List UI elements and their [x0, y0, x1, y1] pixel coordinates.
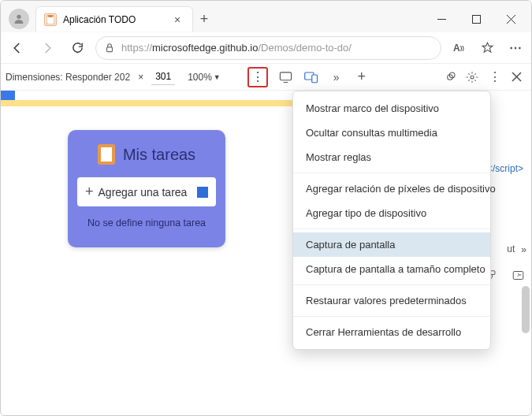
menu-item-hide-media[interactable]: Ocultar consultas multimedia — [293, 121, 490, 145]
menu-item-show-frame[interactable]: Mostrar marco del dispositivo — [293, 96, 490, 121]
more-panels-button[interactable]: » — [521, 244, 526, 255]
breakpoint-ruler[interactable] — [1, 91, 296, 100]
profile-avatar[interactable] — [9, 9, 29, 29]
menu-item-full-screenshot[interactable]: Captura de pantalla a tamaño completo — [293, 257, 490, 281]
focus-caret-icon — [197, 187, 208, 198]
window-maximize-button[interactable] — [459, 7, 493, 31]
height-input[interactable] — [151, 69, 175, 85]
svg-rect-8 — [281, 72, 292, 80]
url-text: https://microsoftedge.github.io/Demos/de… — [121, 42, 352, 54]
add-task-label: Agregar una tarea — [99, 186, 188, 199]
menu-item-reset[interactable]: Restaurar valores predeterminados — [293, 288, 490, 313]
new-tab-button[interactable]: + — [193, 11, 215, 28]
tab-title: Aplicación TODO — [63, 14, 164, 25]
app-title: Mis tareas — [123, 146, 195, 164]
window-close-button[interactable] — [493, 7, 528, 31]
menu-item-add-dpr[interactable]: Agregar relación de píxeles de dispositi… — [293, 176, 490, 201]
more-tabs-button[interactable]: » — [326, 67, 347, 87]
back-button[interactable] — [6, 36, 29, 60]
device-options-menu: Mostrar marco del dispositivo Ocultar co… — [292, 91, 491, 350]
address-bar[interactable]: https://microsoftedge.github.io/Demos/de… — [95, 36, 441, 60]
svg-rect-10 — [312, 75, 318, 83]
site-info-icon[interactable] — [104, 43, 115, 54]
menu-item-screenshot[interactable]: Captura de pantalla — [293, 232, 490, 257]
kebab-icon: ⋮ — [251, 71, 263, 84]
menu-separator — [293, 316, 490, 317]
svg-rect-4 — [472, 15, 480, 23]
menu-separator — [293, 228, 490, 229]
refresh-button[interactable] — [65, 36, 89, 60]
read-aloud-button[interactable]: A)) — [448, 37, 470, 59]
menu-item-close-devtools[interactable]: Cerrar Herramientas de desarrollo — [293, 320, 490, 344]
menu-separator — [293, 284, 490, 285]
settings-icon[interactable] — [462, 67, 482, 87]
computed-toggle-icon[interactable] — [508, 265, 528, 285]
menu-separator — [293, 173, 490, 173]
plus-icon: + — [85, 184, 94, 200]
clipboard-icon — [98, 144, 115, 165]
media-query-bar[interactable] — [1, 100, 296, 106]
add-task-button[interactable]: + Agregar una tarea — [77, 177, 216, 206]
favorites-button[interactable] — [476, 37, 498, 59]
forward-button — [35, 36, 59, 60]
issues-icon[interactable] — [440, 67, 460, 87]
svg-rect-2 — [48, 15, 53, 17]
devtools-close-button[interactable] — [506, 67, 526, 87]
browser-menu-button[interactable]: ⋯ — [504, 37, 526, 59]
zoom-selector[interactable]: 100%▼ — [188, 72, 221, 83]
window-minimize-button[interactable] — [424, 7, 459, 31]
svg-point-0 — [17, 15, 20, 19]
scrollbar-thumb[interactable] — [522, 286, 530, 333]
device-viewport: Mis tareas + Agregar una tarea No se def… — [68, 130, 225, 247]
toggle-screencast-icon[interactable] — [276, 67, 296, 87]
devtools-menu-button[interactable]: ⋮ — [484, 67, 504, 87]
svg-point-13 — [471, 76, 474, 79]
add-tab-button[interactable]: + — [352, 67, 372, 87]
dimensions-label[interactable]: Dimensiones: Responder 202 — [6, 72, 130, 83]
dimensions-separator: × — [138, 72, 143, 83]
tab-favicon — [44, 13, 57, 26]
menu-item-add-device-type[interactable]: Agregar tipo de dispositivo — [293, 201, 490, 225]
svg-rect-7 — [107, 46, 113, 51]
empty-state-text: No se define ninguna tarea — [77, 217, 216, 228]
menu-item-show-rulers[interactable]: Mostrar reglas — [293, 145, 490, 169]
more-options-button[interactable]: ⋮ — [247, 67, 268, 87]
browser-tab[interactable]: Aplicación TODO × — [35, 6, 193, 32]
responsive-icon[interactable] — [301, 67, 322, 87]
panel-tab-fragment[interactable]: ut — [507, 240, 515, 259]
tab-close-button[interactable]: × — [170, 13, 184, 26]
